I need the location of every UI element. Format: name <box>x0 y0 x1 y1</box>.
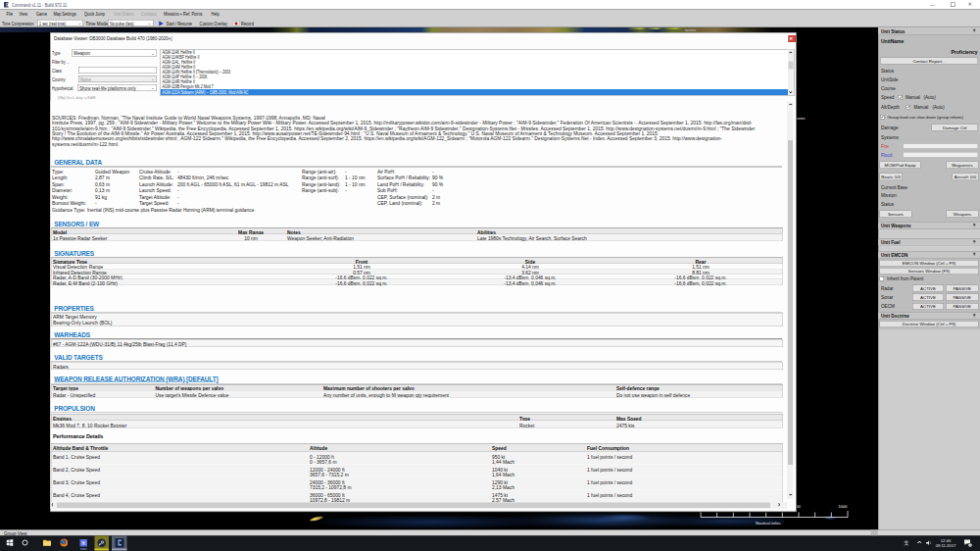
svg-text:1: 1 <box>969 543 971 547</box>
